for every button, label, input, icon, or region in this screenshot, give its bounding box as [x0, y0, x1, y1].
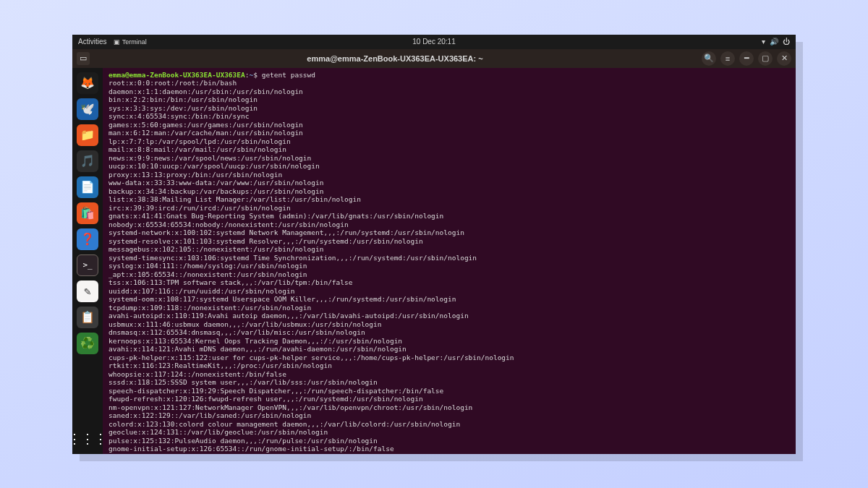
files-icon[interactable]: 📁 — [77, 124, 98, 146]
new-tab-button[interactable]: ▭ — [77, 52, 90, 65]
gnome-shell-window: Activities ▣ Terminal 10 Dec 20:11 ▾ 🔊 ⏻… — [72, 35, 796, 454]
texteditor-icon[interactable]: ✎ — [77, 281, 98, 302]
maximize-button[interactable]: ▢ — [758, 51, 773, 66]
gnome-topbar: Activities ▣ Terminal 10 Dec 20:11 ▾ 🔊 ⏻ — [72, 35, 796, 49]
todo-icon[interactable]: 📋 — [77, 307, 98, 328]
firefox-icon[interactable]: 🦊 — [77, 72, 98, 94]
software-icon[interactable]: 🛍️ — [77, 202, 98, 224]
topbar-app-label: Terminal — [122, 38, 147, 46]
window-titlebar: ▭ emma@emma-ZenBook-UX363EA-UX363EA: ~ 🔍… — [72, 49, 796, 68]
trash-icon[interactable]: ♻️ — [77, 333, 98, 354]
window-title: emma@emma-ZenBook-UX363EA-UX363EA: ~ — [93, 54, 697, 63]
clock[interactable]: 10 Dec 20:11 — [72, 38, 796, 46]
libreoffice-writer-icon[interactable]: 📄 — [77, 176, 98, 198]
terminal-icon[interactable]: >_ — [77, 254, 98, 276]
terminal-output[interactable]: emma@emma-ZenBook-UX363EA-UX363EA:~$ get… — [103, 68, 796, 454]
network-icon[interactable]: ▾ — [762, 38, 765, 46]
rhythmbox-icon[interactable]: 🎵 — [77, 150, 98, 172]
activities-button[interactable]: Activities — [78, 38, 106, 46]
gnome-dock: 🦊🕊️📁🎵📄🛍️❓>_✎📋♻️⋮⋮⋮ — [72, 68, 103, 454]
close-button[interactable]: ✕ — [777, 51, 791, 66]
thunderbird-icon[interactable]: 🕊️ — [77, 98, 98, 120]
power-icon[interactable]: ⏻ — [783, 38, 790, 46]
search-button[interactable]: 🔍 — [702, 51, 716, 66]
show-apps-button[interactable]: ⋮⋮⋮ — [77, 428, 98, 450]
minimize-button[interactable]: ━ — [739, 51, 754, 66]
terminal-app-indicator[interactable]: ▣ Terminal — [114, 38, 146, 46]
help-icon[interactable]: ❓ — [77, 228, 98, 250]
volume-icon[interactable]: 🔊 — [770, 38, 778, 46]
hamburger-menu-button[interactable]: ≡ — [720, 51, 735, 66]
